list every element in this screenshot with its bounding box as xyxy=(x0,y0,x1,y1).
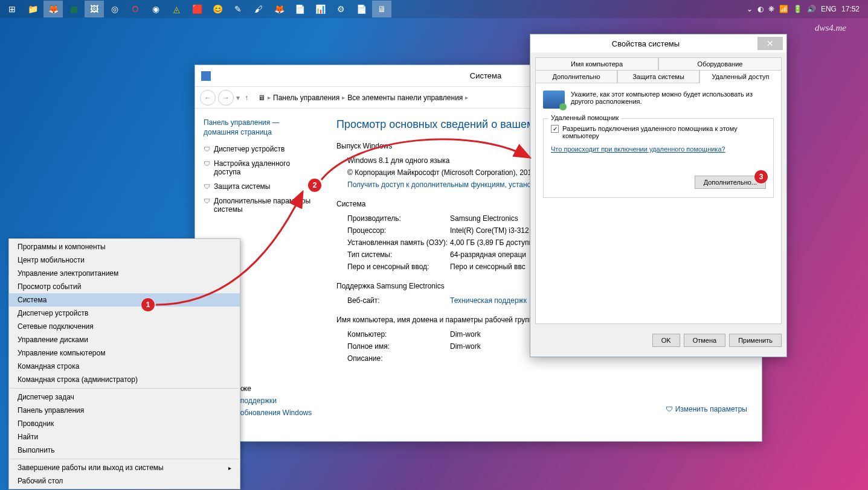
history-dropdown[interactable]: ▾ xyxy=(236,94,240,102)
description-label: Описание: xyxy=(347,354,450,363)
shield-icon: 🛡 xyxy=(204,183,210,190)
context-menu-item[interactable]: Командная строка xyxy=(9,360,240,373)
breadcrumb[interactable]: 🖥 ▸ Панель управления ▸ Все элементы пан… xyxy=(258,94,468,102)
excel-icon[interactable]: ▦ xyxy=(64,1,83,18)
up-button[interactable]: ↑ xyxy=(245,94,248,102)
chevron-right-icon: ▸ xyxy=(268,94,271,101)
advanced-settings-link[interactable]: 🛡Дополнительные параметры системы xyxy=(204,197,316,214)
system-tray: ⌄ ◐ ❋ 📶 🔋 🔊 ENG 17:52 xyxy=(747,5,866,13)
close-button[interactable]: ✕ xyxy=(757,37,783,50)
remote-icon xyxy=(543,91,565,109)
allow-remote-checkbox[interactable] xyxy=(551,125,559,133)
annotation-1: 1 xyxy=(141,298,155,311)
forward-button[interactable]: → xyxy=(218,90,234,106)
taskbar: ⊞ 📁 🦊 ▦ 🖼 ◎ O ◉ ◬ 🟥 😊 ✎ 🖌 🦊 📄 📊 ⚙ 📄 🖥 ⌄ … xyxy=(0,0,868,18)
notepad-icon[interactable]: 📄 xyxy=(290,1,309,18)
start-button[interactable]: ⊞ xyxy=(2,1,22,18)
device-manager-link[interactable]: 🛡Диспетчер устройств xyxy=(204,145,316,153)
edition-name: Windows 8.1 для одного языка xyxy=(347,156,450,165)
file-explorer-icon[interactable]: 📁 xyxy=(23,1,42,18)
context-menu-item[interactable]: Сетевые подключения xyxy=(9,320,240,333)
app-icon-18[interactable]: 📄 xyxy=(352,1,371,18)
context-menu-item[interactable]: Диспетчер задач xyxy=(9,390,240,404)
context-menu-item[interactable]: Выполнить xyxy=(9,444,240,457)
app-icon-16[interactable]: 📊 xyxy=(310,1,330,18)
tab-row-top: Имя компьютера Оборудование xyxy=(535,57,782,70)
shield-icon: 🛡 xyxy=(666,405,673,413)
language-indicator[interactable]: ENG xyxy=(821,5,837,13)
apply-button[interactable]: Применить xyxy=(729,334,782,347)
tab-system-protection[interactable]: Защита системы xyxy=(617,70,699,83)
volume-icon[interactable]: 🔊 xyxy=(807,5,816,13)
shield-icon: 🛡 xyxy=(204,197,210,205)
context-menu-item[interactable]: Управление компьютером xyxy=(9,346,240,360)
remote-assistance-group: Удаленный помощник Разрешить подключения… xyxy=(543,118,774,198)
tab-hardware[interactable]: Оборудование xyxy=(658,57,782,71)
window-icon xyxy=(201,71,211,81)
tab-remote[interactable]: Удаленный доступ xyxy=(699,70,782,83)
chevron-right-icon: ▸ xyxy=(342,94,345,101)
network-icon[interactable]: 📶 xyxy=(779,5,788,13)
context-menu-item[interactable]: Управление электропитанием xyxy=(9,267,240,280)
firefox-icon[interactable]: 🦊 xyxy=(43,1,63,18)
context-menu-item[interactable]: Система xyxy=(9,293,240,307)
context-menu-item[interactable]: Завершение работы или выход из системы▸ xyxy=(9,461,240,474)
remote-settings-link[interactable]: 🛡Настройка удаленного доступа xyxy=(204,159,316,176)
app-icon-5[interactable]: 🖼 xyxy=(85,1,104,18)
dialog-body: Укажите, как этот компьютер можно будет … xyxy=(535,83,782,324)
context-menu-item[interactable]: Программы и компоненты xyxy=(9,240,240,253)
context-menu-item[interactable]: Найти xyxy=(9,430,240,444)
annotation-3: 3 xyxy=(754,170,768,183)
context-menu-item[interactable]: Диспетчер устройств xyxy=(9,307,240,320)
app-icon-12[interactable]: ✎ xyxy=(228,1,248,18)
system-protection-link[interactable]: 🛡Защита системы xyxy=(204,182,316,191)
ok-button[interactable]: OK xyxy=(652,334,680,347)
app-icon-19[interactable]: 🖥 xyxy=(372,1,391,18)
allow-remote-label: Разрешить подключения удаленного помощни… xyxy=(562,125,766,139)
cancel-button[interactable]: Отмена xyxy=(684,334,725,347)
context-menu-item[interactable]: Панель управления xyxy=(9,404,240,417)
context-menu-item[interactable]: Проводник xyxy=(9,417,240,430)
menu-separator xyxy=(10,388,239,389)
chevron-right-icon: ▸ xyxy=(228,465,231,471)
app-icon-6[interactable]: ◎ xyxy=(105,1,124,18)
back-button[interactable]: ← xyxy=(200,90,216,106)
shield-icon: 🛡 xyxy=(204,160,210,167)
tray-icon-1[interactable]: ◐ xyxy=(757,5,764,13)
tray-icon-2[interactable]: ❋ xyxy=(768,5,774,13)
context-menu-item[interactable]: Рабочий стол xyxy=(9,474,240,488)
website-label: Веб-сайт: xyxy=(347,296,450,305)
tray-chevron-icon[interactable]: ⌄ xyxy=(747,5,753,13)
change-settings-link[interactable]: 🛡 Изменить параметры xyxy=(666,405,747,413)
breadcrumb-item[interactable]: Все элементы панели управления xyxy=(347,94,463,102)
context-menu-item[interactable]: Просмотр событий xyxy=(9,280,240,293)
opera-icon[interactable]: O xyxy=(126,1,145,18)
manufacturer-label: Производитель: xyxy=(347,214,450,223)
app-icon-10[interactable]: 🟥 xyxy=(187,1,207,18)
gimp-icon[interactable]: 🦊 xyxy=(269,1,289,18)
groupbox-title: Удаленный помощник xyxy=(548,114,621,121)
remote-help-link[interactable]: Что происходит при включении удаленного … xyxy=(551,145,725,153)
control-panel-home-link[interactable]: Панель управления — xyxy=(204,118,316,127)
tab-computer-name[interactable]: Имя компьютера xyxy=(535,57,658,71)
shield-icon: 🛡 xyxy=(204,145,210,153)
clock[interactable]: 17:52 xyxy=(841,5,860,13)
processor-label: Процессор: xyxy=(347,226,450,235)
app-icon-11[interactable]: 😊 xyxy=(208,1,227,18)
breadcrumb-item[interactable]: Панель управления xyxy=(273,94,339,102)
context-menu-item[interactable]: Управление дисками xyxy=(9,333,240,346)
watermark: dws4.me xyxy=(815,23,846,33)
control-panel-home-link-sub[interactable]: домашняя страница xyxy=(204,128,316,136)
context-menu-item[interactable]: Центр мобильности xyxy=(9,253,240,267)
dialog-footer: OK Отмена Применить xyxy=(530,329,786,352)
annotation-2: 2 xyxy=(308,179,321,192)
system-properties-dialog: Свойства системы ✕ Имя компьютера Оборуд… xyxy=(530,34,787,357)
dialog-titlebar[interactable]: Свойства системы ✕ xyxy=(530,34,786,52)
battery-icon[interactable]: 🔋 xyxy=(793,5,802,13)
context-menu-item[interactable]: Командная строка (администратор) xyxy=(9,373,240,386)
app-icon-9[interactable]: ◬ xyxy=(167,1,186,18)
tab-advanced[interactable]: Дополнительно xyxy=(535,70,617,83)
chrome-icon[interactable]: ◉ xyxy=(146,1,166,18)
steam-icon[interactable]: ⚙ xyxy=(331,1,350,18)
app-icon-13[interactable]: 🖌 xyxy=(249,1,268,18)
